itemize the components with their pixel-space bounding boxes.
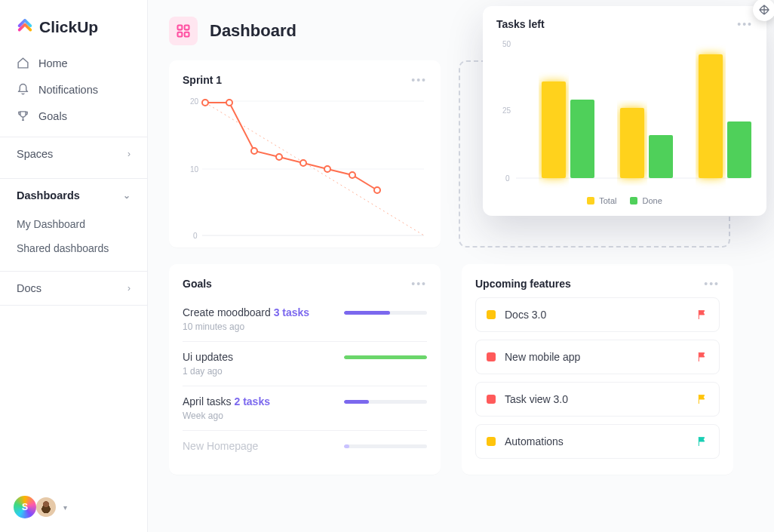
svg-point-17 — [349, 172, 355, 178]
nav-label: Home — [38, 57, 68, 69]
goal-name: Create moodboard 3 tasks — [183, 306, 309, 318]
svg-text:50: 50 — [502, 40, 511, 48]
progress-bar — [344, 400, 427, 404]
caret-down-icon: ▾ — [63, 503, 67, 512]
svg-rect-24 — [570, 100, 594, 178]
avatar: S — [14, 496, 36, 518]
section-spaces[interactable]: Spaces › — [0, 137, 147, 171]
goal-name: April tasks 2 tasks — [183, 395, 270, 407]
card-menu-button[interactable]: ••• — [737, 18, 753, 30]
goals-card: Goals ••• Create moodboard 3 tasks10 min… — [169, 264, 441, 475]
priority-flag-icon[interactable] — [696, 435, 708, 447]
svg-text:25: 25 — [502, 106, 511, 115]
features-title: Upcoming features — [475, 278, 571, 290]
feature-name: Docs 3.0 — [505, 309, 546, 321]
tasks-left-chart: 50 25 0 — [496, 38, 753, 189]
section-label: Spaces — [17, 148, 53, 160]
svg-point-16 — [324, 166, 330, 172]
chevron-down-icon: ⌄ — [123, 190, 131, 201]
section-label: Dashboards — [17, 189, 80, 201]
sprint-card: Sprint 1 ••• 20 10 0 — [169, 60, 441, 248]
nav-goals[interactable]: Goals — [8, 103, 140, 129]
priority-flag-icon[interactable] — [696, 309, 708, 321]
feature-name: Automations — [505, 435, 564, 447]
priority-flag-icon[interactable] — [696, 351, 708, 363]
dashboard-icon — [169, 17, 198, 45]
chevron-right-icon: › — [127, 283, 131, 294]
goal-name: New Homepage — [183, 440, 258, 452]
feature-row[interactable]: Automations — [475, 424, 720, 459]
sprint-chart: 20 10 0 — [183, 94, 427, 244]
section-dashboards[interactable]: Dashboards ⌄ — [0, 178, 147, 212]
nav-home[interactable]: Home — [8, 50, 140, 76]
status-square-icon — [487, 352, 496, 361]
goals-title: Goals — [183, 278, 212, 290]
svg-rect-26 — [649, 135, 673, 178]
feature-row[interactable]: Task view 3.0 — [475, 382, 720, 417]
status-square-icon — [487, 395, 496, 404]
svg-point-12 — [226, 100, 232, 106]
priority-flag-icon[interactable] — [696, 393, 708, 405]
svg-rect-28 — [727, 121, 751, 178]
tasks-left-title: Tasks left — [496, 18, 545, 30]
upcoming-features-card: Upcoming features ••• Docs 3.0New mobile… — [462, 264, 733, 475]
sidebar-item-my-dashboard[interactable]: My Dashboard — [17, 212, 131, 236]
progress-bar — [344, 444, 427, 448]
sidebar-item-shared-dashboards[interactable]: Shared dashboards — [17, 236, 131, 260]
goal-name: Ui updates — [183, 351, 233, 363]
svg-rect-2 — [178, 32, 183, 37]
goal-task-count: 2 tasks — [234, 395, 269, 407]
page-title: Dashboard — [210, 21, 296, 41]
nav-notifications[interactable]: Notifications — [8, 76, 140, 103]
svg-point-18 — [374, 187, 380, 193]
sidebar: ClickUp Home Notifications Goals Spaces … — [0, 0, 148, 532]
status-square-icon — [487, 437, 496, 446]
status-square-icon — [487, 310, 496, 319]
svg-point-13 — [251, 148, 257, 154]
feature-name: New mobile app — [505, 351, 580, 363]
legend-done: Done — [642, 196, 662, 205]
legend-total: Total — [599, 196, 616, 205]
feature-name: Task view 3.0 — [505, 393, 568, 405]
goal-time: 10 minutes ago — [183, 321, 427, 332]
drag-handle[interactable] — [753, 0, 774, 21]
goal-time: 1 day ago — [183, 366, 427, 377]
goal-row[interactable]: Ui updates1 day ago — [183, 342, 427, 386]
svg-text:0: 0 — [505, 174, 510, 183]
svg-text:20: 20 — [190, 97, 199, 106]
user-switcher[interactable]: S ▾ — [14, 496, 67, 518]
progress-bar — [344, 311, 427, 315]
goal-row[interactable]: Create moodboard 3 tasks10 minutes ago — [183, 297, 427, 342]
goal-row[interactable]: April tasks 2 tasksWeek ago — [183, 386, 427, 431]
brand-name: ClickUp — [39, 18, 98, 36]
svg-point-11 — [202, 100, 208, 106]
goal-time: Week ago — [183, 411, 427, 421]
card-menu-button[interactable]: ••• — [411, 74, 427, 86]
svg-rect-0 — [178, 26, 183, 30]
progress-bar — [344, 355, 427, 359]
svg-rect-1 — [185, 26, 189, 30]
chart-legend: Total Done — [496, 196, 753, 205]
brand-logo[interactable]: ClickUp — [0, 18, 147, 50]
svg-point-14 — [276, 154, 282, 160]
nav-label: Goals — [38, 110, 67, 122]
trophy-icon — [17, 109, 29, 122]
clickup-logo-icon — [17, 19, 33, 35]
feature-row[interactable]: New mobile app — [475, 340, 720, 374]
chevron-right-icon: › — [127, 149, 131, 159]
goal-row[interactable]: New Homepage — [183, 431, 427, 461]
svg-text:0: 0 — [193, 232, 198, 240]
svg-rect-23 — [542, 81, 566, 178]
section-docs[interactable]: Docs › — [0, 271, 147, 306]
card-menu-button[interactable]: ••• — [704, 278, 720, 290]
avatar — [35, 496, 57, 518]
section-label: Docs — [17, 282, 41, 294]
svg-rect-25 — [620, 108, 644, 178]
tasks-left-card[interactable]: Tasks left ••• 50 25 0 Total Done — [483, 6, 766, 216]
goal-task-count: 3 tasks — [274, 306, 309, 318]
feature-row[interactable]: Docs 3.0 — [475, 297, 720, 332]
nav-label: Notifications — [38, 84, 98, 96]
svg-rect-3 — [185, 32, 189, 37]
svg-rect-27 — [699, 54, 723, 178]
card-menu-button[interactable]: ••• — [411, 278, 427, 290]
